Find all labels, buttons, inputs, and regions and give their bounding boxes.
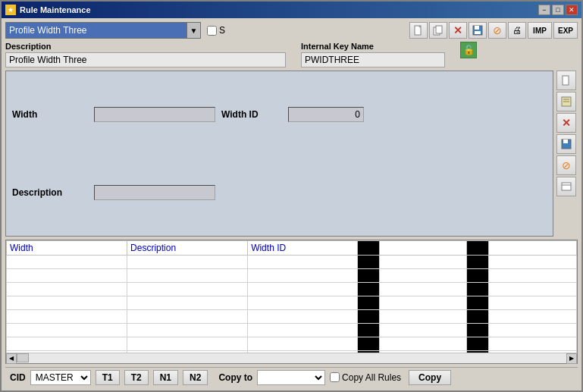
svg-rect-5: [475, 26, 479, 30]
desc-label: Description: [5, 42, 286, 51]
app-icon: ★: [5, 5, 16, 15]
cid-select[interactable]: MASTER: [30, 370, 91, 385]
s-checkbox-label: S: [207, 25, 225, 36]
content-area: Profile Width Three ▼ S ✕ ⊘ �: [2, 18, 581, 390]
toolbar-row: Profile Width Three ▼ S ✕ ⊘ �: [5, 22, 578, 39]
side-view-button[interactable]: [556, 177, 576, 196]
widthid-input[interactable]: [288, 107, 364, 122]
table-row[interactable]: [7, 310, 577, 324]
side-cancel-button[interactable]: ⊘: [556, 155, 576, 175]
svg-rect-7: [563, 76, 569, 85]
copy-to-select[interactable]: [257, 370, 325, 385]
scroll-right-button[interactable]: ▶: [566, 353, 577, 364]
svg-rect-13: [562, 183, 571, 190]
grid-wrapper: Width Description Width ID: [5, 240, 578, 364]
copy-to-label: Copy to: [218, 372, 252, 383]
grid-table: Width Description Width ID: [6, 240, 577, 353]
title-bar: ★ Rule Maintenance − □ ✕: [2, 2, 581, 18]
t1-button[interactable]: T1: [96, 370, 120, 385]
rule-input[interactable]: Profile Width Three: [5, 22, 187, 39]
scroll-left-button[interactable]: ◀: [6, 353, 17, 364]
cid-label: CID: [10, 372, 26, 383]
n2-button[interactable]: N2: [183, 370, 208, 385]
copy-all-group: Copy All Rules: [330, 372, 401, 383]
col-black-1: [357, 241, 379, 256]
scroll-thumb[interactable]: [17, 353, 29, 362]
description-group: Description: [5, 42, 286, 67]
side-new-button[interactable]: [556, 71, 576, 90]
col-header-width: Width: [7, 241, 127, 256]
t2-button[interactable]: T2: [124, 370, 149, 385]
table-row[interactable]: [7, 269, 577, 283]
maximize-button[interactable]: □: [552, 5, 564, 15]
status-bar: CID MASTER T1 T2 N1 N2 Copy to Copy All …: [5, 367, 578, 387]
title-bar-left: ★ Rule Maintenance: [5, 5, 91, 15]
svg-rect-6: [475, 31, 481, 34]
key-input[interactable]: [301, 52, 445, 67]
imp-button[interactable]: IMP: [528, 22, 552, 39]
table-row[interactable]: [7, 337, 577, 351]
col-black-2: [467, 241, 489, 256]
svg-rect-12: [563, 140, 568, 143]
minimize-button[interactable]: −: [538, 5, 550, 15]
form-section: Description Internal Key Name 🔓: [5, 42, 578, 67]
table-row[interactable]: [7, 324, 577, 337]
svg-rect-3: [436, 26, 442, 33]
detail-desc-label: Description: [12, 187, 88, 198]
cancel-button[interactable]: ⊘: [488, 22, 506, 39]
print-button[interactable]: 🖨: [508, 22, 526, 39]
rule-dropdown-arrow[interactable]: ▼: [187, 22, 201, 39]
col-rest-1: [379, 241, 467, 256]
s-checkbox[interactable]: [207, 26, 217, 36]
s-label: S: [219, 25, 225, 36]
width-label: Width: [12, 109, 88, 120]
width-input[interactable]: [94, 107, 215, 122]
copy-all-label-text: Copy All Rules: [342, 372, 401, 383]
col-header-desc: Description: [127, 241, 248, 256]
side-save-button[interactable]: [556, 134, 576, 154]
toolbar-buttons: ✕ ⊘ 🖨 IMP EXP: [409, 22, 578, 39]
copy-document-button[interactable]: [429, 22, 447, 39]
side-buttons: ✕ ⊘: [556, 71, 578, 237]
save-button[interactable]: [469, 22, 487, 39]
side-edit-button[interactable]: [556, 92, 576, 111]
scroll-track[interactable]: [17, 353, 566, 364]
n1-button[interactable]: N1: [153, 370, 178, 385]
detail-panel: Width Width ID Description ✕: [5, 71, 578, 237]
table-row[interactable]: [7, 283, 577, 296]
cid-combo: MASTER: [30, 370, 91, 385]
exp-button[interactable]: EXP: [553, 22, 578, 39]
delete-button[interactable]: ✕: [449, 22, 467, 39]
side-delete-button[interactable]: ✕: [556, 113, 576, 133]
close-button[interactable]: ✕: [566, 5, 578, 15]
title-buttons: − □ ✕: [538, 5, 578, 15]
new-document-button[interactable]: [409, 22, 428, 39]
table-row[interactable]: [7, 256, 577, 269]
detail-desc-input[interactable]: [94, 185, 215, 200]
lock-icon[interactable]: 🔓: [460, 42, 477, 58]
horizontal-scrollbar[interactable]: ◀ ▶: [6, 353, 577, 363]
window-title: Rule Maintenance: [20, 5, 91, 14]
detail-form: Width Width ID Description: [5, 71, 553, 237]
desc-input[interactable]: [5, 52, 286, 67]
col-rest-2: [489, 241, 577, 256]
main-window: ★ Rule Maintenance − □ ✕ Profile Width T…: [0, 0, 583, 392]
col-header-widthid: Width ID: [248, 241, 358, 256]
grid-scroll-area[interactable]: Width Description Width ID: [6, 240, 577, 353]
widthid-label: Width ID: [221, 109, 282, 120]
copy-all-checkbox[interactable]: [330, 372, 340, 382]
copy-button[interactable]: Copy: [409, 370, 451, 385]
table-row[interactable]: [7, 296, 577, 310]
key-group: Internal Key Name: [301, 42, 445, 67]
copy-to-combo: [257, 370, 325, 385]
key-label: Internal Key Name: [301, 42, 445, 51]
rule-dropdown-combo: Profile Width Three ▼: [5, 22, 201, 39]
